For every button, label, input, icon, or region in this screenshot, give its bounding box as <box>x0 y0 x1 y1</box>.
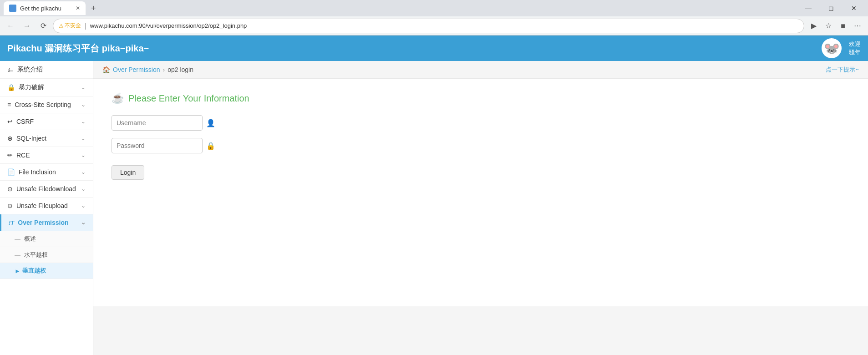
coffee-icon: ☕ <box>112 92 124 104</box>
chevron-down-icon: ⌄ <box>81 152 86 158</box>
sub-arrow-icon: ► <box>15 268 20 274</box>
sql-icon: ⊕ <box>7 135 13 142</box>
breadcrumb: 🏠 Over Permission › op2 login 点一下提示~ <box>93 61 868 79</box>
sidebar-item-bruteforce[interactable]: 🔒 暴力破解 ⌄ <box>0 79 93 96</box>
sidebar-item-unsafefileupload[interactable]: ⊙ Unsafe Fileupload ⌄ <box>0 198 93 214</box>
toolbar-icons: ▶ ☆ ■ ⋯ <box>807 19 864 33</box>
url-input[interactable] <box>90 22 798 29</box>
page-content: 🏠 Over Permission › op2 login 点一下提示~ ☕ P… <box>93 61 868 355</box>
overpermission-icon: !T <box>9 219 14 226</box>
app-title-text: Pikachu 漏洞练习平台 pika~pika~ <box>7 42 149 55</box>
sidebar-item-unsafefiledownload[interactable]: ⊙ Unsafe Filedownload ⌄ <box>0 181 93 198</box>
app-title: Pikachu 漏洞练习平台 pika~pika~ <box>7 42 149 55</box>
tab-close-button[interactable]: ✕ <box>76 5 80 11</box>
window-controls: — ◻ ✕ <box>798 1 864 15</box>
close-button[interactable]: ✕ <box>843 1 864 15</box>
lock-icon: 🔒 <box>7 84 15 91</box>
browser-tab[interactable]: Get the pikachu ✕ <box>4 1 86 15</box>
chevron-down-icon: ⌄ <box>81 135 86 142</box>
security-indicator: ⚠ 不安全 <box>59 22 81 30</box>
file-icon: 📄 <box>7 168 15 176</box>
sidebar-item-intro[interactable]: 🏷 系统介绍 <box>0 61 93 79</box>
password-field-group: 🔒 <box>112 138 850 153</box>
lock-icon: 🔒 <box>206 142 215 150</box>
home-icon[interactable]: 🏠 <box>102 66 110 73</box>
login-button[interactable]: Login <box>112 165 144 180</box>
sub-dash-icon: — <box>15 252 20 259</box>
chevron-down-icon: ⌄ <box>81 118 86 125</box>
breadcrumb-hint[interactable]: 点一下提示~ <box>826 66 859 74</box>
reader-mode-button[interactable]: ▶ <box>807 19 821 33</box>
chevron-down-icon: ⌄ <box>81 84 86 91</box>
maximize-button[interactable]: ◻ <box>821 1 842 15</box>
sidebar: 🏷 系统介绍 🔒 暴力破解 ⌄ ≡ Cross-Site Scripting ⌄… <box>0 61 93 355</box>
chevron-down-icon: ⌄ <box>81 203 86 209</box>
csrf-icon: ↩ <box>7 118 13 125</box>
favorites-button[interactable]: ☆ <box>822 19 835 33</box>
browser-toolbar: ← → ⟳ ⚠ 不安全 | ▶ ☆ ■ ⋯ <box>0 16 868 36</box>
form-title: ☕ Please Enter Your Information <box>112 92 850 104</box>
sidebar-item-rce[interactable]: ✏ RCE ⌄ <box>0 147 93 164</box>
chevron-down-icon: ⌄ <box>81 186 86 192</box>
user-icon: 👤 <box>206 119 215 127</box>
pikachu-avatar: 🐭 <box>822 38 842 58</box>
minimize-button[interactable]: — <box>798 1 819 15</box>
username-input[interactable] <box>112 115 203 131</box>
password-input[interactable] <box>112 138 203 153</box>
sidebar-sub-item-overview[interactable]: — 概述 <box>0 231 93 247</box>
sidebar-sub-item-vertical[interactable]: ► 垂直越权 <box>0 263 93 279</box>
reload-button[interactable]: ⟳ <box>36 19 50 33</box>
sub-dash-icon: — <box>15 236 20 243</box>
chevron-down-icon: ⌄ <box>81 101 86 108</box>
address-bar[interactable]: ⚠ 不安全 | <box>53 19 804 33</box>
welcome-text: 欢迎 骚年 <box>849 40 861 56</box>
sidebar-item-sqlinject[interactable]: ⊕ SQL-Inject ⌄ <box>0 130 93 147</box>
upload-icon: ⊙ <box>7 202 13 209</box>
app-header: Pikachu 漏洞练习平台 pika~pika~ 🐭 欢迎 骚年 <box>0 36 868 61</box>
sidebar-item-csrf[interactable]: ↩ CSRF ⌄ <box>0 113 93 130</box>
sidebar-item-xss[interactable]: ≡ Cross-Site Scripting ⌄ <box>0 96 93 113</box>
xss-icon: ≡ <box>7 101 11 108</box>
settings-button[interactable]: ⋯ <box>851 19 864 33</box>
chevron-down-icon: ⌄ <box>81 169 86 175</box>
tag-icon: 🏷 <box>7 66 14 73</box>
download-icon: ⊙ <box>7 185 13 193</box>
breadcrumb-parent-link[interactable]: Over Permission <box>113 66 160 73</box>
forward-button[interactable]: → <box>20 19 34 33</box>
tab-favicon <box>9 5 16 12</box>
new-tab-button[interactable]: + <box>87 4 100 13</box>
back-button[interactable]: ← <box>4 19 17 33</box>
sidebar-sub-items: — 概述 — 水平越权 ► 垂直越权 <box>0 231 93 279</box>
tab-title: Get the pikachu <box>20 5 61 12</box>
chevron-down-icon: ⌄ <box>81 219 86 226</box>
sidebar-item-fileinclusion[interactable]: 📄 File Inclusion ⌄ <box>0 164 93 181</box>
sidebar-sub-item-horizontal[interactable]: — 水平越权 <box>0 247 93 263</box>
breadcrumb-current: op2 login <box>168 66 193 73</box>
extensions-button[interactable]: ■ <box>836 19 850 33</box>
rce-icon: ✏ <box>7 152 13 159</box>
username-field-group: 👤 <box>112 115 850 131</box>
sidebar-item-overpermission[interactable]: !T Over Permission ⌄ <box>0 214 93 231</box>
form-container: ☕ Please Enter Your Information 👤 🔒 Logi… <box>93 79 868 306</box>
login-button-group: Login <box>112 161 850 180</box>
breadcrumb-separator: › <box>162 66 165 73</box>
